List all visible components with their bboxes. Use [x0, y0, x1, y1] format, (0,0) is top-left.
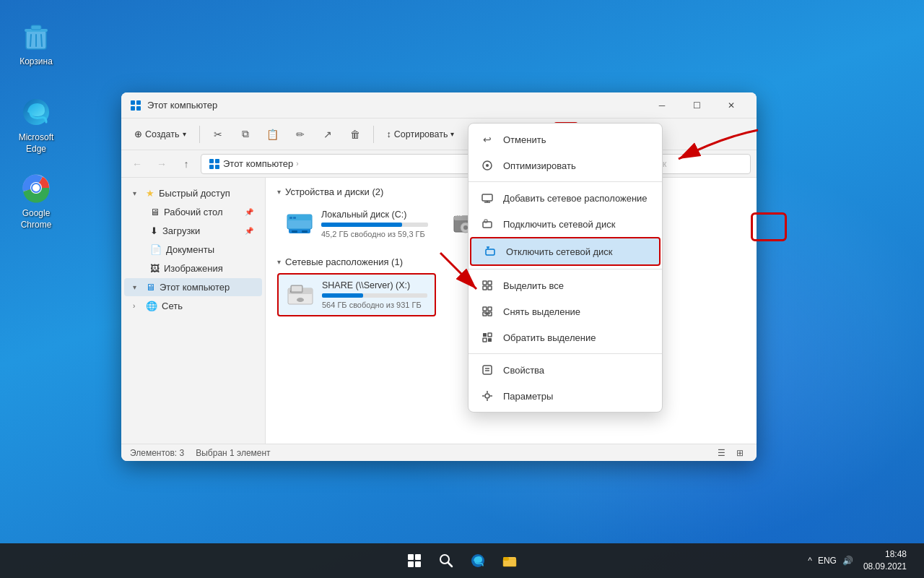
sidebar: ▾ ★ Быстрый доступ 🖥 Рабочий стол 📌 ⬇ За…	[121, 178, 266, 444]
desktop-icon-chrome[interactable]: Google Chrome	[7, 166, 65, 235]
delete-button[interactable]: 🗑	[343, 122, 367, 147]
pin-icon: 📌	[245, 208, 253, 216]
pictures-icon: 🖼	[150, 263, 160, 274]
desktop-icon-sidebar: 🖥	[150, 207, 160, 217]
window-icon	[130, 100, 141, 111]
menu-optimize[interactable]: Оптимизировать	[468, 152, 662, 178]
connect-drive-label: Подключить сетевой диск	[503, 219, 615, 230]
svg-rect-78	[503, 557, 509, 561]
devices-arrow[interactable]: ▾	[277, 188, 281, 196]
sidebar-quick-access[interactable]: ▾ ★ Быстрый доступ	[124, 184, 262, 202]
svg-rect-16	[209, 159, 214, 163]
svg-rect-62	[488, 338, 492, 342]
rename-button[interactable]: ✏	[288, 122, 313, 147]
taskbar-explorer-button[interactable]	[497, 548, 523, 574]
system-tray: ^ ENG 🔊	[802, 553, 859, 569]
desktop-icon-recycle[interactable]: Корзина	[7, 14, 65, 72]
svg-rect-52	[483, 286, 487, 290]
this-pc-icon: 🖥	[146, 282, 155, 293]
sidebar-desktop[interactable]: 🖥 Рабочий стол 📌	[141, 203, 262, 221]
start-button[interactable]	[401, 548, 427, 574]
create-dropdown-icon: ▾	[183, 130, 186, 138]
drive-x[interactable]: SHARE (\\Server) (X:) 564 ГБ свободно из…	[277, 273, 436, 316]
svg-rect-12	[131, 100, 135, 105]
back-button[interactable]: ←	[127, 154, 147, 174]
menu-add-network[interactable]: Добавить сетевое расположение	[468, 185, 662, 211]
items-count: Элементов: 3	[130, 448, 184, 458]
taskbar-edge-button[interactable]	[465, 548, 491, 574]
invert-label: Обратить выделение	[503, 332, 596, 343]
drive-x-info: SHARE (\\Server) (X:) 564 ГБ свободно из…	[322, 280, 427, 309]
minimize-button[interactable]: ─	[645, 94, 679, 117]
taskbar: ^ ENG 🔊 18:48 08.09.2021	[0, 543, 924, 578]
taskbar-search-button[interactable]	[433, 548, 459, 574]
share-button[interactable]: ↗	[315, 122, 340, 147]
chevron-up-icon[interactable]: ^	[808, 556, 812, 566]
forward-button[interactable]: →	[152, 154, 172, 174]
properties-label: Свойства	[503, 365, 544, 376]
paste-button[interactable]: 📋	[261, 122, 285, 147]
menu-deselect[interactable]: Снять выделение	[468, 298, 662, 324]
undo-icon: ↩	[480, 132, 494, 147]
svg-rect-22	[292, 230, 297, 233]
drive-c-free: 45,2 ГБ свободно из 59,3 ГБ	[321, 230, 428, 238]
menu-connect-drive[interactable]: Подключить сетевой диск	[468, 211, 662, 237]
up-button[interactable]: ↑	[176, 154, 196, 174]
date-display: 08.09.2021	[863, 561, 907, 573]
options-icon	[480, 389, 494, 403]
sidebar-this-pc[interactable]: ▾ 🖥 Этот компьютер	[124, 278, 262, 296]
documents-icon: 📄	[150, 244, 162, 255]
qa-arrow: ▾	[133, 189, 141, 197]
menu-select-all[interactable]: Выделить все	[468, 272, 662, 298]
create-button[interactable]: ⊕ Создать ▾	[127, 124, 193, 144]
windows-logo-icon	[408, 554, 421, 567]
svg-rect-42	[482, 194, 492, 201]
select-all-label: Выделить все	[503, 280, 564, 291]
menu-sep-1	[468, 181, 662, 182]
sidebar-documents[interactable]: 📄 Документы	[141, 241, 262, 259]
taskbar-right: ^ ENG 🔊 18:48 08.09.2021	[802, 548, 915, 573]
drive-c-bar	[321, 223, 428, 227]
sidebar-pictures[interactable]: 🖼 Изображения	[141, 259, 262, 277]
svg-rect-51	[488, 281, 492, 285]
clock[interactable]: 18:48 08.09.2021	[863, 548, 907, 573]
menu-invert[interactable]: Обратить выделение	[468, 324, 662, 350]
drive-x-icon	[286, 280, 315, 309]
network-arrow[interactable]: ▾	[277, 258, 281, 266]
chrome-label: Google Chrome	[12, 208, 61, 230]
desktop-icon-edge[interactable]: Microsoft Edge	[7, 90, 65, 159]
menu-undo[interactable]: ↩ Отменить	[468, 126, 662, 152]
pin-icon2: 📌	[245, 227, 253, 235]
svg-text:DVD: DVD	[455, 212, 463, 217]
drive-c[interactable]: Локальный диск (C:) 45,2 ГБ свободно из …	[277, 203, 436, 245]
copy-button[interactable]: ⧉	[233, 122, 258, 147]
sidebar-sub-items: 🖥 Рабочий стол 📌 ⬇ Загрузки 📌 📄 Документ…	[121, 203, 265, 277]
window-title: Этот компьютер	[147, 100, 640, 111]
close-button[interactable]: ✕	[715, 94, 748, 117]
edge-icon	[19, 95, 53, 129]
sidebar-network[interactable]: › 🌐 Сеть	[124, 297, 262, 315]
list-view-button[interactable]: ☰	[713, 446, 729, 460]
drive-c-fill	[321, 223, 402, 227]
maximize-button[interactable]: ☐	[680, 94, 713, 117]
svg-line-3	[30, 35, 31, 46]
svg-rect-63	[483, 366, 492, 374]
grid-view-button[interactable]: ⊞	[732, 446, 748, 460]
menu-properties[interactable]: Свойства	[468, 357, 662, 383]
menu-disconnect-drive[interactable]: Отключить сетевой диск	[470, 237, 661, 266]
undo-label: Отменить	[503, 134, 546, 145]
speaker-icon[interactable]: 🔊	[842, 556, 853, 566]
menu-options[interactable]: Параметры	[468, 383, 662, 409]
svg-rect-19	[215, 165, 219, 169]
add-network-label: Добавить сетевое расположение	[503, 193, 648, 204]
cut-button[interactable]: ✂	[206, 122, 230, 147]
sort-button[interactable]: ↕ Сортировать ▾	[380, 125, 462, 144]
svg-line-5	[41, 35, 42, 46]
path-arrow: ›	[296, 160, 298, 168]
sidebar-downloads[interactable]: ⬇ Загрузки 📌	[141, 222, 262, 240]
svg-point-11	[32, 184, 40, 191]
recycle-bin-label: Корзина	[19, 56, 53, 68]
sort-icon: ↕	[387, 129, 391, 139]
drive-c-icon	[285, 210, 314, 238]
deselect-label: Снять выделение	[503, 306, 580, 317]
